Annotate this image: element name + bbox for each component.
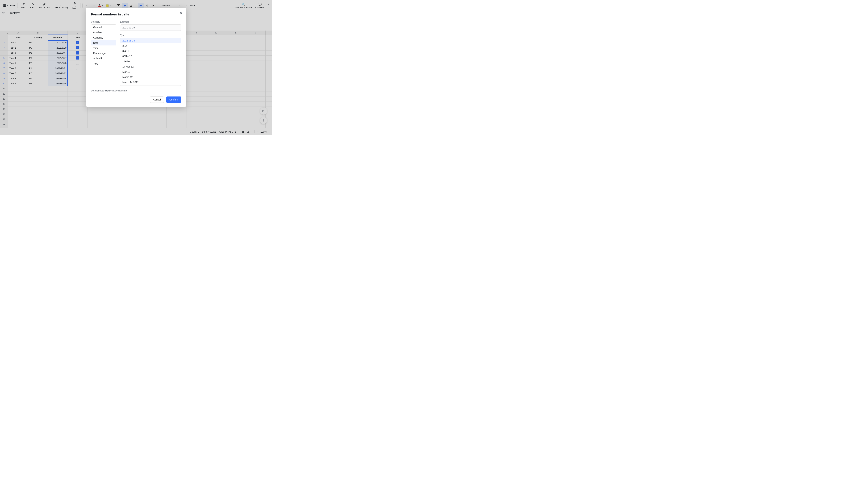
type-item[interactable]: March 14,2012 bbox=[120, 80, 181, 85]
close-button[interactable]: ✕ bbox=[180, 11, 183, 16]
category-item[interactable]: Time bbox=[91, 45, 116, 51]
type-item[interactable]: 3/4/12 bbox=[120, 48, 181, 54]
dialog-title: Format numbers in cells bbox=[91, 13, 181, 16]
type-item[interactable]: 14-Mar-12 bbox=[120, 64, 181, 69]
example-value: 2021-09-29 bbox=[120, 25, 181, 31]
example-label: Example bbox=[120, 20, 181, 23]
type-item[interactable]: 2012-03-14 bbox=[120, 38, 181, 43]
category-item[interactable]: Scientific bbox=[91, 56, 116, 61]
category-item[interactable]: Currency bbox=[91, 35, 116, 40]
category-label: Category bbox=[91, 20, 116, 23]
confirm-button[interactable]: Confirm bbox=[166, 97, 181, 103]
category-item[interactable]: Percentage bbox=[91, 51, 116, 56]
category-item[interactable]: General bbox=[91, 25, 116, 30]
category-listbox[interactable]: GeneralNumberCurrencyDateTimePercentageS… bbox=[91, 25, 116, 86]
category-item[interactable]: Text bbox=[91, 61, 116, 66]
category-item[interactable]: Date bbox=[91, 40, 116, 45]
type-item[interactable]: 03/14/12 bbox=[120, 54, 181, 59]
type-item[interactable]: 3/14 bbox=[120, 43, 181, 48]
close-icon: ✕ bbox=[180, 11, 183, 15]
category-item[interactable]: Number bbox=[91, 30, 116, 35]
cancel-button[interactable]: Cancel bbox=[150, 97, 164, 103]
type-label: Type bbox=[120, 34, 181, 37]
help-text: Date formats display values as date. bbox=[91, 89, 181, 92]
type-listbox[interactable]: 2012-03-143/143/4/1203/14/1214-Mar14-Mar… bbox=[120, 38, 181, 86]
type-item[interactable]: Mar-12 bbox=[120, 69, 181, 74]
format-numbers-dialog: Format numbers in cells ✕ Category Gener… bbox=[86, 8, 186, 107]
type-item[interactable]: 14-Mar bbox=[120, 59, 181, 64]
type-item[interactable]: March-12 bbox=[120, 74, 181, 80]
